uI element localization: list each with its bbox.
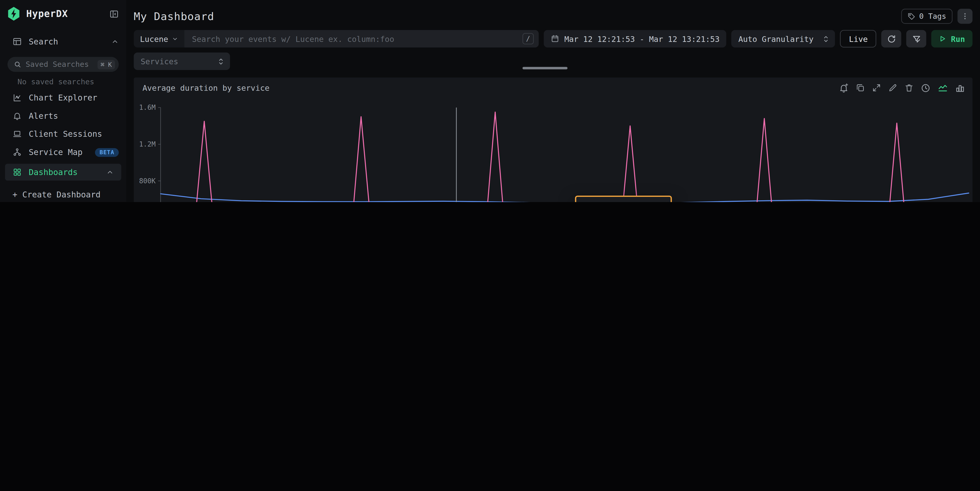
sidebar-item-dashboards[interactable]: Dashboards: [5, 164, 121, 181]
tag-icon: [907, 12, 915, 20]
sidebar-item-client-sessions[interactable]: Client Sessions: [0, 125, 126, 143]
tags-button[interactable]: 0 Tags: [901, 9, 953, 24]
select-chevrons-icon: [218, 57, 224, 65]
panel-toolbar: [839, 83, 965, 93]
run-button[interactable]: Run: [931, 30, 972, 48]
filter-bar: Lucene Search your events w/ Lucene ex. …: [126, 29, 980, 48]
sidebar-item-label: Alerts: [29, 111, 119, 121]
filter-button[interactable]: [907, 30, 926, 48]
duplicate-icon[interactable]: [856, 83, 865, 92]
chevron-up-icon[interactable]: [106, 168, 114, 176]
sidebar-item-search[interactable]: Search: [0, 32, 126, 51]
create-dashboard-button[interactable]: + Create Dashboard: [0, 183, 126, 202]
panel-title: Average duration by service: [142, 83, 269, 92]
sidebar-item-alerts[interactable]: Alerts: [0, 107, 126, 125]
search-nav-icon: [13, 37, 22, 46]
query-bar: Lucene Search your events w/ Lucene ex. …: [134, 30, 539, 48]
search-placeholder: Search your events w/ Lucene ex. column:…: [192, 34, 523, 43]
hyperdx-logo-icon: [6, 6, 21, 21]
sidebar-collapse-icon[interactable]: [109, 9, 119, 18]
main-area: My Dashboard 0 Tags Lucene Search your e…: [126, 0, 980, 202]
sidebar-item-service-map[interactable]: Service Map BETA: [0, 143, 126, 161]
app-root: HyperDX Search Saved Searches ⌘ K No sav…: [0, 0, 980, 202]
language-select[interactable]: Lucene: [134, 30, 185, 48]
time-range-button[interactable]: Mar 12 12:21:53 - Mar 12 13:21:53: [544, 30, 727, 48]
beta-badge: BETA: [95, 148, 119, 157]
chart-explorer-icon: [13, 93, 22, 102]
refresh-button[interactable]: [881, 30, 902, 48]
saved-searches-placeholder: Saved Searches: [26, 60, 93, 68]
select-chevrons-icon: [822, 35, 830, 43]
slash-shortcut-badge: /: [522, 33, 534, 44]
page-title: My Dashboard: [134, 10, 901, 22]
svg-text:1.2M: 1.2M: [139, 140, 156, 148]
kebab-icon: [961, 12, 969, 21]
expand-icon[interactable]: [872, 83, 881, 92]
dashboards-grid-icon: [13, 168, 22, 177]
shortcut-badge: ⌘ K: [97, 60, 115, 69]
bar-chart-icon[interactable]: [955, 83, 965, 93]
history-icon[interactable]: [921, 83, 931, 93]
dashboard-grid: 1.6M1.2M800K400K0Mar 12 12:21:00 PM12:30…: [126, 70, 980, 202]
tags-label: 0 Tags: [919, 12, 946, 21]
line-chart-icon[interactable]: [937, 83, 948, 93]
dashboard-menu-button[interactable]: [958, 9, 972, 24]
chevron-down-icon: [172, 36, 178, 42]
delete-icon[interactable]: [904, 83, 914, 92]
time-range-label: Mar 12 12:21:53 - Mar 12 13:21:53: [564, 34, 719, 43]
sidebar-item-label: Client Sessions: [29, 129, 119, 138]
granularity-select[interactable]: Auto Granularity: [732, 30, 835, 48]
svg-text:800K: 800K: [139, 177, 156, 185]
chevron-up-icon[interactable]: [111, 38, 119, 45]
brand-row: HyperDX: [0, 0, 126, 25]
refresh-icon: [887, 34, 896, 43]
sidebar-item-chart-explorer[interactable]: Chart Explorer: [0, 89, 126, 107]
svg-text:1.6M: 1.6M: [139, 103, 156, 111]
no-saved-searches-text: No saved searches: [0, 72, 126, 89]
services-placeholder: Services: [141, 57, 178, 66]
avg-duration-svg: 1.6M1.2M800K400K0Mar 12 12:21:00 PM12:30…: [134, 77, 972, 202]
create-dashboard-label: + Create Dashboard: [13, 190, 119, 199]
bell-icon: [13, 111, 22, 121]
chart-context-popup: View All Events Filter by group: load-ge…: [575, 195, 672, 202]
alert-add-icon[interactable]: [839, 83, 849, 93]
sidebar-item-label: Service Map: [29, 148, 88, 157]
sidebar-item-label: Search: [29, 37, 104, 46]
live-button[interactable]: Live: [840, 30, 877, 48]
language-label: Lucene: [140, 34, 169, 43]
sidebar: HyperDX Search Saved Searches ⌘ K No sav…: [0, 0, 126, 202]
sidebar-item-label: Dashboards: [29, 168, 100, 177]
filter-icon: [912, 34, 921, 43]
edit-icon[interactable]: [888, 83, 897, 92]
brand-name: HyperDX: [26, 8, 104, 19]
laptop-icon: [13, 129, 22, 138]
page-header: My Dashboard 0 Tags: [126, 0, 980, 29]
calendar-icon: [550, 35, 559, 43]
granularity-label: Auto Granularity: [738, 34, 814, 43]
search-icon: [14, 61, 21, 68]
sidebar-item-label: Chart Explorer: [29, 93, 119, 102]
services-select[interactable]: Services: [134, 52, 230, 70]
avg-duration-chart[interactable]: 1.6M1.2M800K400K0Mar 12 12:21:00 PM12:30…: [134, 77, 972, 202]
run-label: Run: [951, 34, 965, 43]
panel-drag-handle[interactable]: [522, 67, 567, 69]
play-icon: [939, 35, 947, 43]
saved-searches-input[interactable]: Saved Searches ⌘ K: [8, 57, 119, 72]
service-map-icon: [13, 148, 22, 157]
search-input[interactable]: Search your events w/ Lucene ex. column:…: [185, 30, 539, 48]
panel-avg-duration: 1.6M1.2M800K400K0Mar 12 12:21:00 PM12:30…: [134, 77, 972, 202]
